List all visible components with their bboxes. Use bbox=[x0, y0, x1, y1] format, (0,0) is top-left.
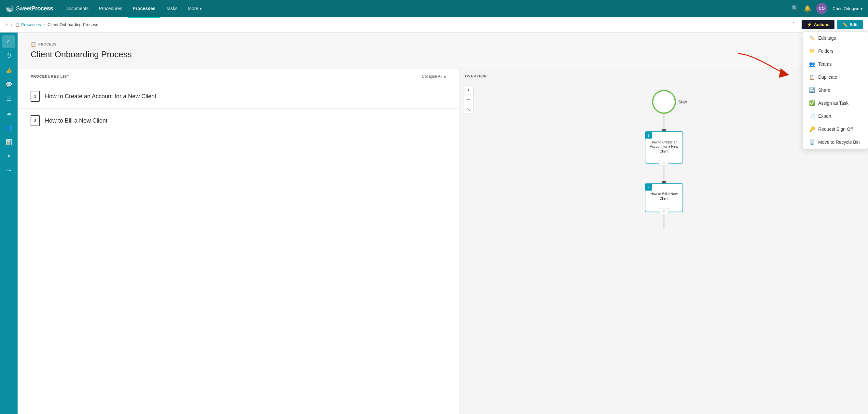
sidebar-icon-home[interactable]: ⌂ bbox=[2, 35, 15, 48]
sidebar-icon-chart[interactable]: 📊 bbox=[2, 135, 15, 148]
dropdown-duplicate[interactable]: 📋 Duplicate bbox=[803, 71, 868, 83]
lightning-icon: ⚡ bbox=[807, 22, 812, 27]
edit-icon: ✏️ bbox=[842, 22, 847, 27]
breadcrumb-sep-1: › bbox=[11, 22, 12, 27]
tag-icon: 🏷️ bbox=[809, 35, 815, 41]
sidebar-icon-clock[interactable]: ⏱ bbox=[2, 49, 15, 63]
logo[interactable]: 🐋 SweetProcess bbox=[5, 4, 53, 13]
dropdown-folders[interactable]: 📁 Folders bbox=[803, 44, 868, 58]
procedures-header: PROCEDURES LIST Collapse All ∧ bbox=[18, 69, 460, 84]
edit-tags-label: Edit tags bbox=[818, 35, 836, 41]
signoff-icon: 🔑 bbox=[809, 126, 815, 132]
breadcrumb-processes-label: Processes bbox=[21, 22, 41, 27]
breadcrumb-sep-2: › bbox=[43, 22, 45, 27]
edit-button[interactable]: ✏️ Edit bbox=[837, 20, 863, 29]
proc-name-1: How to Create an Account for a New Clien… bbox=[45, 93, 156, 100]
zoom-in-button[interactable]: + bbox=[464, 85, 473, 95]
assign-icon: ✅ bbox=[809, 100, 815, 106]
sidebar-icon-wave[interactable]: 〜 bbox=[2, 164, 15, 177]
procedures-panel: PROCEDURES LIST Collapse All ∧ 1 How to … bbox=[18, 69, 460, 414]
dropdown-recycle-bin[interactable]: 🗑️ Move to Recycle Bin bbox=[803, 136, 868, 149]
dropdown-teams[interactable]: 👥 Teams bbox=[803, 58, 868, 71]
zoom-fit-button[interactable]: ⤡ bbox=[464, 104, 473, 113]
sidebar-icon-cloud[interactable]: ☁ bbox=[2, 107, 15, 120]
nav-processes[interactable]: Processes bbox=[128, 3, 160, 14]
recycle-bin-label: Move to Recycle Bin bbox=[818, 140, 860, 145]
folder-icon: 📁 bbox=[809, 48, 815, 54]
chevron-up-icon: ∧ bbox=[443, 74, 446, 79]
nav-documents[interactable]: Documents bbox=[61, 3, 93, 14]
proc-num-1: 1 bbox=[31, 91, 40, 102]
nav-procedures[interactable]: Procedures bbox=[94, 3, 127, 14]
proc-num-2: 2 bbox=[31, 115, 40, 126]
breadcrumb-bar: ⌂ › 📋 Processes › Client Onboarding Proc… bbox=[0, 17, 868, 33]
sidebar-icon-list[interactable]: ☰ bbox=[2, 92, 15, 105]
actions-button[interactable]: ⚡ Actions bbox=[802, 20, 835, 29]
nav-right: 🔍 🔔 CO Chris Odogwu ▾ bbox=[792, 3, 863, 14]
request-signoff-label: Request Sign Off bbox=[818, 127, 853, 132]
breadcrumb-processes-link[interactable]: 📋 Processes bbox=[15, 22, 41, 27]
breadcrumb-current: Client Onboarding Process bbox=[48, 22, 98, 27]
top-nav: 🐋 SweetProcess Documents Procedures Proc… bbox=[0, 0, 868, 17]
nav-tasks[interactable]: Tasks bbox=[161, 3, 182, 14]
logo-sweet: Sweet bbox=[16, 5, 32, 12]
nav-links: Documents Procedures Processes Tasks Mor… bbox=[61, 3, 792, 14]
assign-task-label: Assign as Task bbox=[818, 101, 848, 106]
share-label: Share bbox=[818, 88, 830, 93]
collapse-all-button[interactable]: Collapse All ∧ bbox=[422, 74, 446, 79]
proc-name-2: How to Bill a New Client bbox=[45, 117, 107, 124]
sidebar-icon-comment[interactable]: 💬 bbox=[2, 78, 15, 91]
content-area: 📋 PROCESS Client Onboarding Process 🔔 ▶ … bbox=[18, 33, 868, 414]
sidebar-icon-people[interactable]: 👥 bbox=[2, 121, 15, 134]
dropdown-assign-task[interactable]: ✅ Assign as Task bbox=[803, 97, 868, 110]
dropdown-share[interactable]: ↪️ Share bbox=[803, 83, 868, 97]
user-name[interactable]: Chris Odogwu ▾ bbox=[833, 6, 863, 11]
avatar[interactable]: CO bbox=[816, 3, 827, 14]
procedure-item-1[interactable]: 1 How to Create an Account for a New Cli… bbox=[18, 84, 460, 109]
dropdown-edit-tags[interactable]: 🏷️ Edit tags bbox=[803, 32, 868, 44]
duplicate-label: Duplicate bbox=[818, 74, 837, 80]
teams-icon: 👥 bbox=[809, 61, 815, 67]
sidebar-icon-thumb[interactable]: 👍 bbox=[2, 64, 15, 77]
process-header: 📋 PROCESS Client Onboarding Process 🔔 ▶ … bbox=[18, 33, 868, 69]
bell-icon[interactable]: 🔔 bbox=[804, 5, 811, 12]
breadcrumb-actions: ⋮ ⚡ Actions ✏️ Edit bbox=[788, 20, 863, 30]
procedure-item-2[interactable]: 2 How to Bill a New Client bbox=[18, 109, 460, 133]
dropdown-export[interactable]: 📄 Export bbox=[803, 110, 868, 123]
export-label: Export bbox=[818, 113, 831, 119]
recycle-icon: 🗑️ bbox=[809, 139, 815, 145]
breadcrumb: ⌂ › 📋 Processes › Client Onboarding Proc… bbox=[5, 22, 98, 28]
svg-text:Start: Start bbox=[678, 100, 687, 104]
zoom-controls: + − ⤡ bbox=[464, 85, 473, 114]
duplicate-icon: 📋 bbox=[809, 74, 815, 80]
home-breadcrumb-icon[interactable]: ⌂ bbox=[5, 22, 8, 28]
svg-text:1: 1 bbox=[648, 133, 650, 137]
share-icon: ↪️ bbox=[809, 87, 815, 93]
svg-text:2: 2 bbox=[648, 185, 650, 189]
actions-label: Actions bbox=[814, 22, 830, 27]
process-label: 📋 PROCESS bbox=[31, 42, 855, 47]
zoom-out-button[interactable]: − bbox=[464, 95, 473, 104]
left-sidebar: ⌂ ⏱ 👍 💬 ☰ ☁ 👥 📊 ✦ 〜 bbox=[0, 33, 18, 414]
logo-process: Process bbox=[32, 5, 53, 12]
search-icon[interactable]: 🔍 bbox=[792, 5, 799, 12]
lower-content: PROCEDURES LIST Collapse All ∧ 1 How to … bbox=[18, 69, 868, 414]
svg-text:⊕: ⊕ bbox=[662, 161, 665, 165]
export-icon: 📄 bbox=[809, 113, 815, 119]
collapse-all-label: Collapse All bbox=[422, 74, 442, 79]
overview-title: OVERVIEW bbox=[465, 74, 487, 78]
svg-point-0 bbox=[653, 91, 675, 113]
nav-more[interactable]: More ▾ bbox=[183, 3, 206, 14]
edit-label: Edit bbox=[849, 22, 858, 27]
teams-label: Teams bbox=[818, 62, 832, 67]
sidebar-icon-star[interactable]: ✦ bbox=[2, 149, 15, 163]
process-title: Client Onboarding Process bbox=[31, 49, 855, 60]
procedures-list-title: PROCEDURES LIST bbox=[31, 74, 70, 78]
three-dots-button[interactable]: ⋮ bbox=[788, 20, 799, 30]
folders-label: Folders bbox=[818, 48, 834, 54]
dropdown-request-signoff[interactable]: 🔑 Request Sign Off bbox=[803, 123, 868, 136]
svg-text:⊕: ⊕ bbox=[662, 209, 665, 213]
dropdown-menu: 🏷️ Edit tags 📁 Folders 👥 Teams 📋 Duplica… bbox=[803, 31, 868, 149]
main-layout: ⌂ ⏱ 👍 💬 ☰ ☁ 👥 📊 ✦ 〜 📋 PROCESS Client Onb… bbox=[0, 33, 868, 414]
